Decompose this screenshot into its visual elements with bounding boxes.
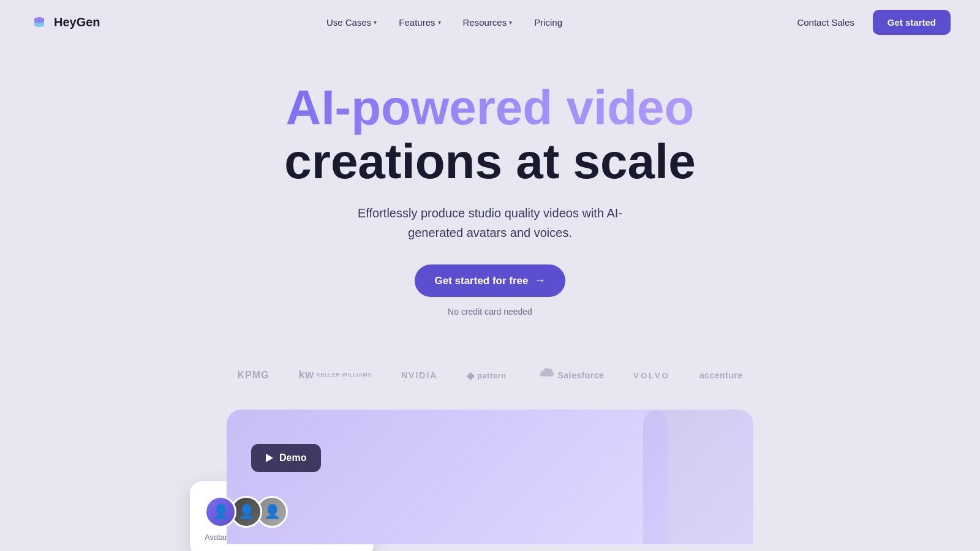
demo-right-card [643,410,753,544]
logo-kpmg: KPMG [237,370,269,381]
chevron-down-icon: ▾ [438,19,441,26]
no-credit-text: No credit card needed [448,307,532,317]
hero-section: AI-powered video creations at scale Effo… [0,44,980,341]
hero-cta-label: Get started for free [434,275,528,287]
logo-text: HeyGen [54,15,100,29]
logo-accenture: accenture [699,370,743,380]
nav-pricing[interactable]: Pricing [526,12,571,32]
nav-center: Use Cases ▾ Features ▾ Resources ▾ Prici… [318,12,571,32]
demo-card: Demo [227,410,668,544]
chevron-down-icon: ▾ [374,19,377,26]
navbar: HeyGen Use Cases ▾ Features ▾ Resources … [0,0,980,44]
play-icon [266,454,273,462]
nav-features[interactable]: Features ▾ [390,12,449,32]
logo-volvo: VOLVO [633,371,670,380]
hero-subtitle: Effortlessly produce studio quality vide… [343,203,637,242]
hero-title-line2: creations at scale [284,134,695,189]
logo-nvidia: NVIDIA [401,370,437,380]
logo-salesforce: Salesforce [536,365,605,385]
arrow-right-icon: → [535,274,546,287]
hero-title-line1: AI-powered video [286,80,695,135]
nav-resources[interactable]: Resources ▾ [454,12,521,32]
logos-section: KPMG kw KELLER WILLIAMS NVIDIA ◆ pattern… [0,341,980,410]
logo-pattern: ◆ pattern [467,370,506,381]
nav-use-cases[interactable]: Use Cases ▾ [318,12,385,32]
contact-sales-link[interactable]: Contact Sales [788,12,862,32]
get-started-button[interactable]: Get started [873,10,951,35]
nav-right: Contact Sales Get started [788,10,951,35]
avatar-1: 👤 [205,496,236,528]
chevron-down-icon: ▾ [509,19,512,26]
demo-button[interactable]: Demo [251,444,321,472]
logo[interactable]: HeyGen [29,12,100,32]
hero-title: AI-powered video creations at scale [12,81,968,189]
demo-section: 👤 👤 👤 Avatar Demo [0,410,980,544]
demo-button-label: Demo [279,452,306,463]
logo-kw: kw KELLER WILLIAMS [298,368,372,382]
hero-cta-button[interactable]: Get started for free → [415,264,565,297]
